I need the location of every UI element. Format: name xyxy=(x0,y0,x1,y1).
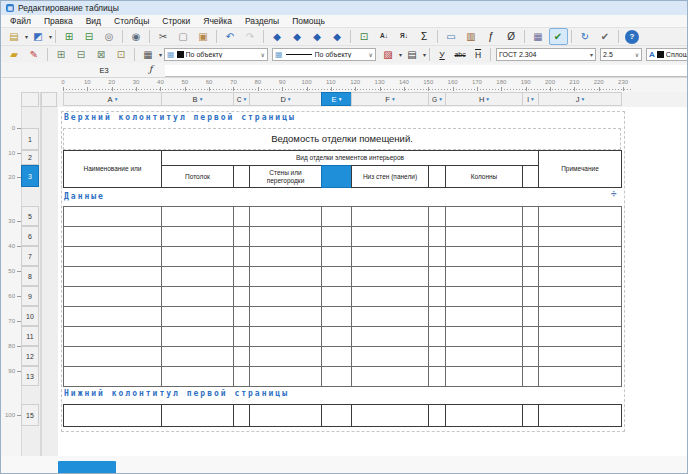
table-cell[interactable] xyxy=(428,266,446,287)
text-color-button[interactable]: ▤ xyxy=(403,46,422,63)
table-cell[interactable] xyxy=(233,246,250,267)
table-cell[interactable] xyxy=(249,266,322,287)
calculator-button[interactable]: ▦ xyxy=(529,28,548,45)
table-cell[interactable] xyxy=(249,404,322,427)
cut-button[interactable]: ✂ xyxy=(154,28,173,45)
table-cell[interactable] xyxy=(445,206,523,227)
table-cell[interactable] xyxy=(63,366,162,387)
chevron-down-icon[interactable]: ▾ xyxy=(159,51,162,58)
paste-button[interactable]: ▣ xyxy=(194,28,213,45)
row-header-1[interactable]: 1 xyxy=(21,128,39,150)
table-cell[interactable] xyxy=(233,346,250,367)
table-cell[interactable] xyxy=(233,206,250,227)
table-cell[interactable] xyxy=(538,266,622,287)
table-cell[interactable] xyxy=(63,326,162,347)
fill-color-button[interactable]: ▰ xyxy=(5,46,24,63)
table-cell[interactable] xyxy=(445,366,523,387)
table-cell[interactable] xyxy=(538,366,622,387)
column-header-j[interactable]: J▾ xyxy=(538,92,622,106)
header-cell-ceiling[interactable]: Потолок xyxy=(161,165,234,188)
underline-button[interactable]: У xyxy=(434,46,451,63)
row-header-11[interactable]: 11 xyxy=(21,326,39,346)
header-cell-empty-c[interactable] xyxy=(233,165,250,188)
table-cell[interactable] xyxy=(233,226,250,247)
cell-reference-box[interactable]: E3 xyxy=(69,65,139,76)
strikethrough-button[interactable]: abc xyxy=(452,46,469,63)
column-header-a[interactable]: A▾ xyxy=(63,92,162,106)
header-cell-empty-g[interactable] xyxy=(428,165,446,188)
row-header-2[interactable]: 2 xyxy=(21,150,39,165)
table-cell[interactable] xyxy=(428,246,446,267)
table-cell[interactable] xyxy=(428,206,446,227)
sum-button[interactable]: Σ xyxy=(415,28,434,45)
attach-button[interactable]: ◎ xyxy=(100,28,119,45)
table-cell[interactable] xyxy=(445,346,523,367)
table-cell[interactable] xyxy=(351,286,429,307)
table-cell[interactable] xyxy=(161,366,234,387)
row-header-5[interactable]: 5 xyxy=(21,206,39,226)
sort-descending-button[interactable]: Я↓ xyxy=(395,28,414,45)
table-cell[interactable] xyxy=(351,306,429,327)
border-color-combobox[interactable]: ▦По объекту∨ xyxy=(164,48,268,61)
table-cell[interactable] xyxy=(63,206,162,227)
table-cell[interactable] xyxy=(522,266,539,287)
chevron-down-icon[interactable]: ▾ xyxy=(25,33,28,40)
table-cell[interactable] xyxy=(161,346,234,367)
table-cell[interactable] xyxy=(522,286,539,307)
table-cell[interactable] xyxy=(63,226,162,247)
cell-color-button[interactable]: ▨ xyxy=(379,46,398,63)
insert-frame-button[interactable]: ▭ xyxy=(442,28,461,45)
table-cell[interactable] xyxy=(428,366,446,387)
table-cell[interactable] xyxy=(321,346,352,367)
menu-item-7[interactable]: Разделы xyxy=(245,16,279,26)
row-header-9[interactable]: 9 xyxy=(21,286,39,306)
header-cell-columns[interactable]: Колонны xyxy=(445,165,523,188)
chevron-down-icon[interactable]: ▾ xyxy=(49,33,52,40)
save-button[interactable]: ◩ xyxy=(29,28,48,45)
table-cell[interactable] xyxy=(249,286,322,307)
table-cell[interactable] xyxy=(63,266,162,287)
table-cell[interactable] xyxy=(351,226,429,247)
import-table-button[interactable]: ⊞ xyxy=(60,28,79,45)
table-cell[interactable] xyxy=(428,226,446,247)
table-cell[interactable] xyxy=(321,366,352,387)
table-cell[interactable] xyxy=(249,366,322,387)
reference-book-button[interactable]: ▥ xyxy=(462,28,481,45)
refresh-button[interactable]: ↻ xyxy=(576,28,595,45)
table-cell[interactable] xyxy=(161,206,234,227)
column-header-g[interactable]: G▾ xyxy=(428,92,446,106)
table-cell[interactable] xyxy=(233,404,250,427)
table-cell[interactable] xyxy=(538,206,622,227)
overline-button[interactable]: Н xyxy=(470,46,487,63)
table-cell[interactable] xyxy=(522,226,539,247)
table-cell[interactable] xyxy=(249,326,322,347)
header-cell-name[interactable]: Наименование или xyxy=(63,150,162,188)
header-cell-empty-i[interactable] xyxy=(522,165,539,188)
column-header-f[interactable]: F▾ xyxy=(351,92,429,106)
horizontal-scrollbar-thumb[interactable] xyxy=(58,461,116,474)
menu-item-6[interactable]: Ячейка xyxy=(203,16,232,26)
table-cell[interactable] xyxy=(63,246,162,267)
table-cell[interactable] xyxy=(161,286,234,307)
preview-button[interactable]: ◉ xyxy=(127,28,146,45)
header-cell-note[interactable]: Примечание xyxy=(538,150,622,188)
table-cell[interactable] xyxy=(233,326,250,347)
chevron-down-icon[interactable]: ▾ xyxy=(531,96,534,102)
table-cell[interactable] xyxy=(321,326,352,347)
table-cell[interactable] xyxy=(522,366,539,387)
table-cell[interactable] xyxy=(233,266,250,287)
chevron-down-icon[interactable]: ▾ xyxy=(115,96,118,102)
table-cell[interactable] xyxy=(522,306,539,327)
table-cell[interactable] xyxy=(445,246,523,267)
table-cell[interactable] xyxy=(63,286,162,307)
new-page-button[interactable]: ▢ xyxy=(174,28,193,45)
table-title-cell[interactable]: Ведомость отделки помещений. xyxy=(63,128,621,150)
table-cell[interactable] xyxy=(351,246,429,267)
chevron-down-icon[interactable]: ▾ xyxy=(392,96,395,102)
table-cell[interactable] xyxy=(522,326,539,347)
row-header-7[interactable]: 7 xyxy=(21,246,39,266)
row-header-13[interactable]: 13 xyxy=(21,366,39,386)
menu-item-3[interactable]: Вид xyxy=(86,16,101,26)
chevron-down-icon[interactable]: ▾ xyxy=(288,96,291,102)
column-header-c[interactable]: C▾ xyxy=(233,92,250,106)
